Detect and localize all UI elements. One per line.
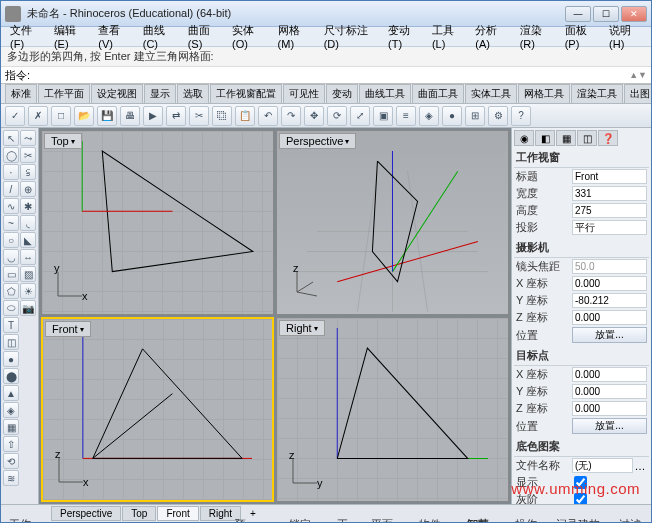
light-icon[interactable]: ☀ — [20, 283, 36, 299]
split-icon[interactable]: ⫓ — [20, 164, 36, 180]
val-tgt-y[interactable]: 0.000 — [572, 384, 647, 399]
run-icon[interactable]: ▶ — [143, 106, 163, 126]
close-button[interactable]: ✕ — [621, 6, 647, 22]
camera-icon[interactable]: 📷 — [20, 300, 36, 316]
scale-icon[interactable]: ⤢ — [350, 106, 370, 126]
explode-icon[interactable]: ✱ — [20, 198, 36, 214]
tab-surftools[interactable]: 曲面工具 — [412, 84, 464, 103]
tab-cplane[interactable]: 工作平面 — [38, 84, 90, 103]
panel-tab-views[interactable]: ◫ — [577, 130, 597, 146]
tab-solidtools[interactable]: 实体工具 — [465, 84, 517, 103]
val-tgt-x[interactable]: 0.000 — [572, 367, 647, 382]
place-tgt-button[interactable]: 放置... — [572, 418, 647, 434]
menu-mesh[interactable]: 网格(M) — [273, 21, 317, 52]
cone-icon[interactable]: ▲ — [3, 385, 19, 401]
viewport-front[interactable]: Front zx — [41, 317, 274, 502]
menu-panel[interactable]: 面板(P) — [560, 21, 602, 52]
menu-file[interactable]: 文件(F) — [5, 21, 47, 52]
tab-meshtools[interactable]: 网格工具 — [518, 84, 570, 103]
status-history[interactable]: 记录建构历史 — [551, 516, 606, 524]
circle-icon[interactable]: ○ — [3, 232, 19, 248]
swap-icon[interactable]: ⇄ — [166, 106, 186, 126]
move-icon[interactable]: ✥ — [304, 106, 324, 126]
tab-viewport[interactable]: 工作视窗配置 — [210, 84, 282, 103]
paste-icon[interactable]: 📋 — [235, 106, 255, 126]
undo-icon[interactable]: ↶ — [258, 106, 278, 126]
command-scroll-icon[interactable]: ▲▼ — [629, 70, 647, 80]
gray-checkbox[interactable] — [574, 493, 587, 504]
menu-analyze[interactable]: 分析(A) — [470, 21, 512, 52]
chamfer-icon[interactable]: ◣ — [20, 232, 36, 248]
command-input[interactable] — [30, 67, 629, 83]
maximize-button[interactable]: ☐ — [593, 6, 619, 22]
menu-curve[interactable]: 曲线(C) — [138, 21, 181, 52]
minimize-button[interactable]: — — [565, 6, 591, 22]
tab-setview[interactable]: 设定视图 — [91, 84, 143, 103]
val-cam-x[interactable]: 0.000 — [572, 276, 647, 291]
status-snap[interactable]: 锁定格点 — [284, 516, 324, 524]
tab-transform[interactable]: 变动 — [326, 84, 358, 103]
menu-tools[interactable]: 工具(L) — [427, 21, 468, 52]
val-cam-z[interactable]: 0.000 — [572, 310, 647, 325]
open-icon[interactable]: 📂 — [74, 106, 94, 126]
copy-icon[interactable]: ⿻ — [212, 106, 232, 126]
sweep-icon[interactable]: ⤳ — [20, 130, 36, 146]
options-icon[interactable]: ⚙ — [488, 106, 508, 126]
tab-select[interactable]: 选取 — [177, 84, 209, 103]
browse-icon[interactable]: … — [633, 460, 647, 472]
menu-solid[interactable]: 实体(O) — [227, 21, 271, 52]
layers-icon[interactable]: ≡ — [396, 106, 416, 126]
polygon-icon[interactable]: ⬠ — [3, 283, 19, 299]
viewport-label-right[interactable]: Right — [279, 320, 325, 336]
viewport-top[interactable]: Top yx — [41, 130, 274, 315]
ellipse-icon[interactable]: ⬭ — [3, 300, 19, 316]
curve-icon[interactable]: ~ — [3, 215, 19, 231]
menu-surface[interactable]: 曲面(S) — [183, 21, 225, 52]
panel-tab-display[interactable]: ▦ — [556, 130, 576, 146]
status-planar[interactable]: 平面模式 — [366, 516, 406, 524]
cut-icon[interactable]: ✂ — [189, 106, 209, 126]
point-icon[interactable]: · — [3, 164, 19, 180]
viewport-label-perspective[interactable]: Perspective — [279, 133, 356, 149]
viewport-perspective[interactable]: Perspective z — [276, 130, 509, 315]
status-filter[interactable]: 过滤器 — [614, 516, 647, 524]
tab-print[interactable]: 出图 — [624, 84, 651, 103]
viewport-right[interactable]: Right zy — [276, 317, 509, 502]
panel-tab-help[interactable]: ❓ — [598, 130, 618, 146]
show-checkbox[interactable] — [574, 476, 587, 489]
tab-rendertools[interactable]: 渲染工具 — [571, 84, 623, 103]
arc-icon[interactable]: ◡ — [3, 249, 19, 265]
tab-display[interactable]: 显示 — [144, 84, 176, 103]
dim-icon[interactable]: ↔ — [20, 249, 36, 265]
box-icon[interactable]: ◫ — [3, 334, 19, 350]
render-icon[interactable]: ● — [442, 106, 462, 126]
group-icon[interactable]: ▣ — [373, 106, 393, 126]
place-cam-button[interactable]: 放置... — [572, 327, 647, 343]
view4-icon[interactable]: ⊞ — [465, 106, 485, 126]
status-smarttrack[interactable]: 智慧轨迹 — [462, 516, 502, 524]
extrude-icon[interactable]: ⇧ — [3, 436, 19, 452]
props-icon[interactable]: ◈ — [419, 106, 439, 126]
status-osnap[interactable]: 物件锁点 — [414, 516, 454, 524]
pointer-icon[interactable]: ↖ — [3, 130, 19, 146]
polyline-icon[interactable]: ∿ — [3, 198, 19, 214]
panel-tab-layers[interactable]: ◧ — [535, 130, 555, 146]
sphere-icon[interactable]: ● — [3, 351, 19, 367]
menu-help[interactable]: 说明(H) — [604, 21, 647, 52]
menu-transform[interactable]: 变动(T) — [383, 21, 425, 52]
val-file[interactable]: (无) — [572, 458, 633, 473]
surface-icon[interactable]: ◈ — [3, 402, 19, 418]
val-height[interactable]: 275 — [572, 203, 647, 218]
menu-edit[interactable]: 编辑(E) — [49, 21, 91, 52]
rect-icon[interactable]: ▭ — [3, 266, 19, 282]
redo-icon[interactable]: ↷ — [281, 106, 301, 126]
trim-icon[interactable]: ✂ — [20, 147, 36, 163]
new-icon[interactable]: □ — [51, 106, 71, 126]
fillet-icon[interactable]: ◟ — [20, 215, 36, 231]
viewport-label-front[interactable]: Front — [45, 321, 91, 337]
lasso-icon[interactable]: ◯ — [3, 147, 19, 163]
print-icon[interactable]: 🖶 — [120, 106, 140, 126]
text-icon[interactable]: T — [3, 317, 19, 333]
menu-view[interactable]: 查看(V) — [93, 21, 135, 52]
cylinder-icon[interactable]: ⬤ — [3, 368, 19, 384]
